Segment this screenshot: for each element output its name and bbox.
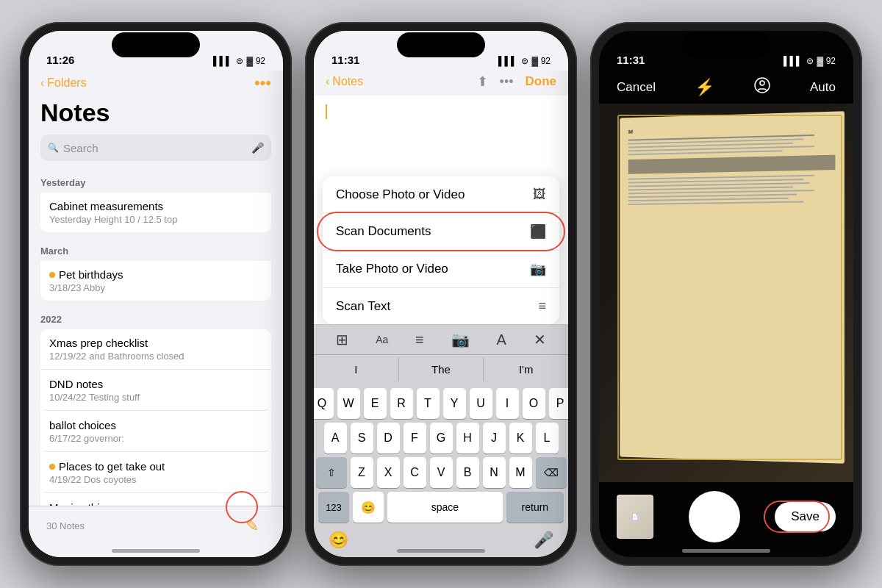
menu-scan-text[interactable]: Scan Text ≡ [323,288,559,324]
dynamic-island-1 [112,32,200,57]
numbers-key[interactable]: 123 [318,492,349,523]
note-item-cabinet[interactable]: Cabinet measurements Yesterday Height 10… [40,193,271,232]
key-n[interactable]: N [483,457,506,488]
key-f[interactable]: F [404,423,426,453]
section-2022: 2022 [40,306,271,329]
key-o[interactable]: O [523,388,545,419]
compose-button[interactable]: ✎ [239,513,265,539]
done-button[interactable]: Done [526,74,557,89]
phone2-screen: 11:31 ▌▌▌ ⊜ ▓ 92 ‹ Notes ⬆ ••• Done [314,31,568,557]
choose-photo-label: Choose Photo or Video [336,187,465,202]
note-subtitle: 10/24/22 Testing stuff [49,392,262,403]
list-icon[interactable]: ≡ [415,331,424,348]
pred-word-3[interactable]: I'm [484,357,568,381]
key-c[interactable]: C [404,457,426,488]
pred-word-2[interactable]: The [399,357,484,381]
phone-3: 11:31 ▌▌▌ ⊜ ▓ 92 Cancel ⚡ A [590,22,862,566]
menu-scan-documents[interactable]: Scan Documents ⬛ [323,213,559,251]
section-yesterday: Yesterday [40,170,271,193]
key-row-2: A S D F G H J K L [316,423,566,453]
key-r[interactable]: R [390,388,413,419]
key-w[interactable]: W [337,388,360,419]
flash-icon[interactable]: ⚡ [695,78,714,97]
space-key[interactable]: space [387,492,503,523]
shutter-button[interactable] [689,491,740,542]
key-h[interactable]: H [456,423,479,453]
key-u[interactable]: U [470,388,492,419]
key-y[interactable]: Y [443,388,466,419]
scan-thumbnail[interactable]: 📄 [617,495,653,539]
key-p[interactable]: P [549,388,569,419]
more-options-button[interactable]: ••• [254,74,271,93]
note-subtitle: 3/18/23 Abby [49,282,262,293]
key-g[interactable]: G [430,423,453,453]
pred-word-1[interactable]: I [314,357,399,381]
back-notes-label: Notes [332,75,363,88]
search-placeholder: Search [63,142,247,154]
nav-bar-1: ‹ Folders ••• [29,71,283,98]
shift-key[interactable]: ⇧ [316,457,347,488]
note-item-ballot[interactable]: ballot choices 6/17/22 governor: [40,412,271,452]
note-item-places[interactable]: Places to get take out 4/19/22 Dos coyot… [40,453,271,493]
face-icon[interactable] [753,76,771,98]
emoji-bottom-icon[interactable]: 😊 [329,531,348,550]
text-style-icon[interactable]: A [496,331,506,348]
status-time-2: 11:31 [331,54,359,66]
return-key[interactable]: return [506,492,564,523]
key-j[interactable]: J [483,423,506,453]
key-t[interactable]: T [417,388,440,419]
take-photo-label: Take Photo or Video [336,262,448,276]
key-z[interactable]: Z [351,457,373,488]
close-toolbar-icon[interactable]: ✕ [534,331,546,348]
emoji-key[interactable]: 😊 [353,492,384,523]
more-icon-2[interactable]: ••• [500,74,514,90]
back-folders-button[interactable]: ‹ Folders [40,76,87,90]
note-title: Xmas prep checklist [49,337,262,349]
key-k[interactable]: K [509,423,532,453]
key-d[interactable]: D [377,423,400,453]
key-a[interactable]: A [324,423,347,453]
key-s[interactable]: S [351,423,373,453]
delete-key[interactable]: ⌫ [536,457,567,488]
back-notes-button[interactable]: ‹ Notes [326,75,363,88]
wifi-icon-1: ⊜ [236,56,243,66]
predictive-bar: I The I'm [314,354,568,384]
table-icon[interactable]: ⊞ [336,331,348,348]
menu-take-photo[interactable]: Take Photo or Video 📷 [323,251,559,288]
note-subtitle: 12/19/22 and Bathrooms closed [49,351,262,362]
cancel-button[interactable]: Cancel [617,80,656,95]
key-e[interactable]: E [364,388,387,419]
key-l[interactable]: L [536,423,559,453]
note-item-pet[interactable]: Pet birthdays 3/18/23 Abby [40,261,271,301]
key-q[interactable]: Q [314,388,334,419]
phone1-screen: 11:26 ▌▌▌ ⊜ ▓ 92 ‹ Folders ••• Notes 🔍 [29,31,283,557]
mic-bottom-icon[interactable]: 🎤 [534,531,553,550]
search-bar[interactable]: 🔍 Search 🎤 [40,135,271,161]
scan-text-icon: ≡ [538,298,546,314]
dynamic-island-2 [397,32,485,57]
key-v[interactable]: V [430,457,453,488]
phone-2: 11:31 ▌▌▌ ⊜ ▓ 92 ‹ Notes ⬆ ••• Done [305,22,577,566]
camera-toolbar-icon[interactable]: 📷 [451,331,470,348]
note-editor[interactable] [314,96,568,176]
key-i[interactable]: I [496,388,519,419]
battery-icon-1: ▓ 92 [247,56,265,66]
note-item-dnd[interactable]: DND notes 10/24/22 Testing stuff [40,370,271,411]
camera-icon: 📷 [530,261,546,277]
key-x[interactable]: X [377,457,400,488]
status-icons-1: ▌▌▌ ⊜ ▓ 92 [213,56,265,66]
key-b[interactable]: B [456,457,479,488]
signal-icon-3: ▌▌▌ [784,56,803,66]
status-icons-3: ▌▌▌ ⊜ ▓ 92 [784,56,836,66]
format-icon[interactable]: Aa [376,334,388,345]
text-cursor [326,104,327,119]
menu-choose-photo[interactable]: Choose Photo or Video 🖼 [323,176,559,213]
note-item-xmas[interactable]: Xmas prep checklist 12/19/22 and Bathroo… [40,329,271,370]
scan-doc-icon: ⬛ [530,223,546,240]
note-title: DND notes [49,378,262,390]
key-m[interactable]: M [509,457,532,488]
share-icon[interactable]: ⬆ [477,74,488,90]
note-subtitle: Yesterday Height 10 / 12.5 top [49,214,262,225]
note-title: Pet birthdays [49,268,262,281]
camera-viewfinder: M [599,104,853,482]
